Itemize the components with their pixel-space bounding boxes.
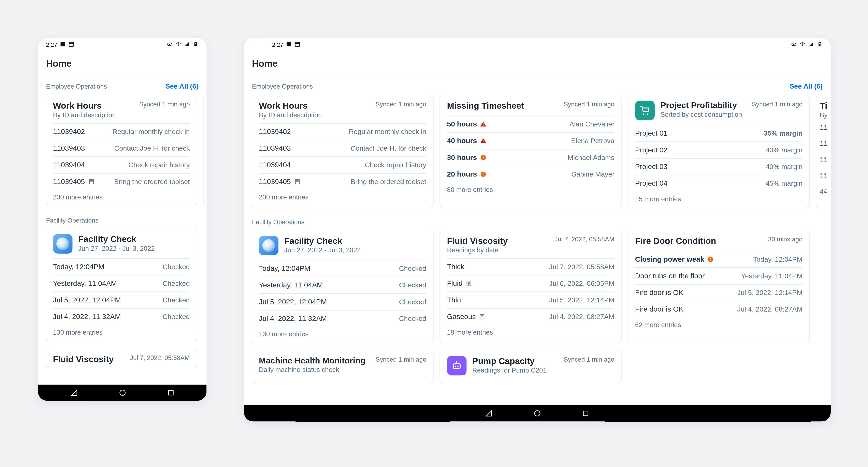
card-title: Missing Timesheet (447, 101, 524, 111)
card-missing-timesheet[interactable]: Missing Timesheet Synced 1 min ago 50 ho… (440, 95, 621, 208)
facility-scroller[interactable]: Facility Check Jun 27, 2022 - Jul 3, 202… (46, 228, 207, 341)
card-meta: 30 mins ago (768, 236, 803, 243)
home-icon[interactable] (118, 389, 126, 397)
back-icon[interactable] (485, 409, 493, 418)
card-project-profitability[interactable]: Project Profitability Synced 1 min ago S… (628, 95, 810, 208)
card-timesheet-partial[interactable]: Ti By 11 11 11 11 44 (816, 95, 831, 208)
card-missing-timesheet-partial[interactable]: M 50 40 30 20 80 (204, 95, 207, 206)
table-row[interactable]: 11039405Bring the ordered toolset (53, 174, 190, 190)
table-row[interactable]: GaseousJul 4, 2022, 08:27AM (447, 309, 614, 325)
signal-icon (808, 41, 814, 47)
table-row[interactable]: 20 hoursSabine Mayer (447, 166, 614, 182)
card-title: Project Profitability (660, 101, 737, 110)
alert-triangle-icon (480, 121, 487, 128)
more-entries[interactable]: 19 more entries (447, 325, 614, 337)
card-title: Facility Check (78, 234, 190, 244)
table-row[interactable]: FluidJul 6, 2022, 06:05PM (447, 275, 614, 292)
status-time: 2:27 (272, 41, 283, 47)
table-row[interactable]: Door rubs on the floorYesterday, 11:04PM (635, 268, 803, 285)
table-row[interactable]: Project 0340% margin (635, 159, 803, 175)
card-subtitle: Jun 27, 2022 - Jul 3, 2022 (284, 247, 426, 254)
employee-scroller[interactable]: Work Hours Synced 1 min ago By ID and de… (252, 95, 831, 208)
card-work-hours[interactable]: Work Hours Synced 1 min ago By ID and de… (46, 95, 197, 206)
card-fluid-viscosity-partial[interactable]: Fluid Viscosity Jul 7, 2022, 05:58AM (46, 348, 197, 368)
table-row[interactable]: 30 hoursMichael Adams (447, 149, 614, 166)
more-entries[interactable]: 230 more entries (259, 190, 426, 202)
note-icon (88, 178, 95, 185)
section-title: Facility Operations (46, 217, 98, 224)
card-subtitle: Readings for Pump C201 (472, 367, 615, 374)
status-bar: 2:27 (38, 38, 207, 51)
battery-icon (193, 41, 198, 47)
card-pump-capacity[interactable]: Pump Capacity Synced 1 min ago Readings … (440, 350, 621, 383)
facility-scroller[interactable]: Facility Check Jun 27, 2022 - Jul 3, 202… (252, 230, 831, 343)
more-entries[interactable]: 130 more entries (259, 327, 426, 339)
home-icon[interactable] (533, 409, 541, 418)
card-subtitle: Jun 27, 2022 - Jul 3, 2022 (78, 245, 190, 252)
section-title: Facility Operations (252, 219, 304, 225)
card-work-hours[interactable]: Work Hours Synced 1 min ago By ID and de… (252, 95, 433, 208)
table-row[interactable]: 11039403Contact Joe H. for check (259, 140, 426, 157)
card-facility-check[interactable]: Facility Check Jun 27, 2022 - Jul 3, 202… (46, 228, 197, 341)
table-row[interactable]: 50 hoursAlan Chevalier (447, 116, 614, 133)
page-title: Home (252, 59, 823, 69)
section-title: Employee Operations (46, 83, 107, 90)
table-row[interactable]: Project 0135% margin (635, 125, 803, 142)
card-meta: Synced 1 min ago (376, 356, 426, 363)
app-header: Home (38, 51, 207, 75)
table-row[interactable]: 11039402Regular monthly check in (259, 124, 426, 140)
card-fluid-viscosity[interactable]: Fluid Viscosity Jul 7, 2022, 05:58AM Rea… (440, 230, 621, 343)
table-row[interactable]: Jul 5, 2022, 12:04PMChecked (53, 292, 190, 309)
table-row[interactable]: ThickJul 7, 2022, 05:58AM (447, 259, 614, 275)
table-row[interactable]: Fire door is OKJul 4, 2022, 08:27AM (635, 301, 803, 317)
section-facility: Facility Operations Facility Check Jun 2… (46, 217, 207, 368)
table-row[interactable]: 11039405Bring the ordered toolset (259, 174, 426, 190)
table-row[interactable]: Closing power weakToday, 12:04PM (635, 251, 803, 268)
table-row[interactable]: Yesterday, 11:04AMChecked (53, 275, 190, 292)
battery-icon (817, 41, 823, 47)
more-entries[interactable]: 15 more entries (635, 192, 803, 204)
card-title: Fluid Viscosity (53, 354, 114, 364)
facility-scroller-row2[interactable]: Machine Health Monitoring Synced 1 min a… (252, 350, 831, 383)
recent-icon[interactable] (166, 389, 175, 397)
table-row[interactable]: Fire door is OKJul 5, 2022, 12:14PM (635, 285, 803, 301)
table-row[interactable]: ThinJul 5, 2022, 12:14PM (447, 292, 614, 309)
more-entries[interactable]: 62 more entries (635, 318, 803, 330)
table-row[interactable]: 11039403Contact Joe H. for check (53, 140, 190, 157)
employee-scroller[interactable]: Work Hours Synced 1 min ago By ID and de… (46, 95, 207, 206)
eye-icon (791, 41, 797, 47)
see-all-link[interactable]: See All (6) (165, 82, 198, 90)
image-icon (60, 41, 66, 47)
table-row[interactable]: Project 0445% margin (635, 175, 803, 191)
table-row[interactable]: Today, 12:04PMChecked (259, 261, 426, 277)
card-machine-health[interactable]: Machine Health Monitoring Synced 1 min a… (252, 350, 433, 383)
card-meta: Jul 7, 2022, 05:58AM (130, 354, 190, 361)
more-entries[interactable]: 130 more entries (53, 325, 190, 337)
card-title: Pump Capacity (472, 356, 535, 366)
back-icon[interactable] (70, 389, 78, 397)
card-facility-check[interactable]: Facility Check Jun 27, 2022 - Jul 3, 202… (252, 230, 433, 343)
card-fire-door[interactable]: Fire Door Condition 30 mins ago Closing … (628, 230, 810, 343)
table-row[interactable]: Jul 4, 2022, 11:32AMChecked (53, 309, 190, 325)
table-row[interactable]: Today, 12:04PMChecked (53, 259, 190, 275)
image-icon (286, 41, 292, 47)
recent-icon[interactable] (582, 409, 590, 418)
table-row[interactable]: 11039404Check repair history (53, 157, 190, 173)
table-row[interactable]: 11039402Regular monthly check in (53, 124, 190, 140)
more-entries[interactable]: 80 more entries (447, 182, 614, 194)
alert-circle-icon (480, 154, 487, 161)
cart-icon (635, 101, 655, 120)
table-row[interactable]: Jul 4, 2022, 11:32AMChecked (259, 310, 426, 327)
card-subtitle: Readings by date (447, 247, 614, 254)
table-row[interactable]: 40 hoursElena Petrova (447, 133, 614, 149)
more-entries[interactable]: 230 more entries (53, 190, 190, 202)
table-row[interactable]: Yesterday, 11:04AMChecked (259, 277, 426, 294)
card-title: Work Hours (53, 101, 102, 111)
see-all-link[interactable]: See All (6) (789, 82, 823, 90)
card-subtitle: Daily machine status check (259, 366, 426, 373)
table-row[interactable]: Jul 5, 2022, 12:04PMChecked (259, 294, 426, 310)
tablet-frame: 2:27 Home Employee Operations See All (6… (244, 38, 831, 422)
section-facility: Facility Operations Facility Check Jun 2… (252, 219, 831, 383)
table-row[interactable]: 11039404Check repair history (259, 157, 426, 173)
table-row[interactable]: Project 0240% margin (635, 142, 803, 159)
